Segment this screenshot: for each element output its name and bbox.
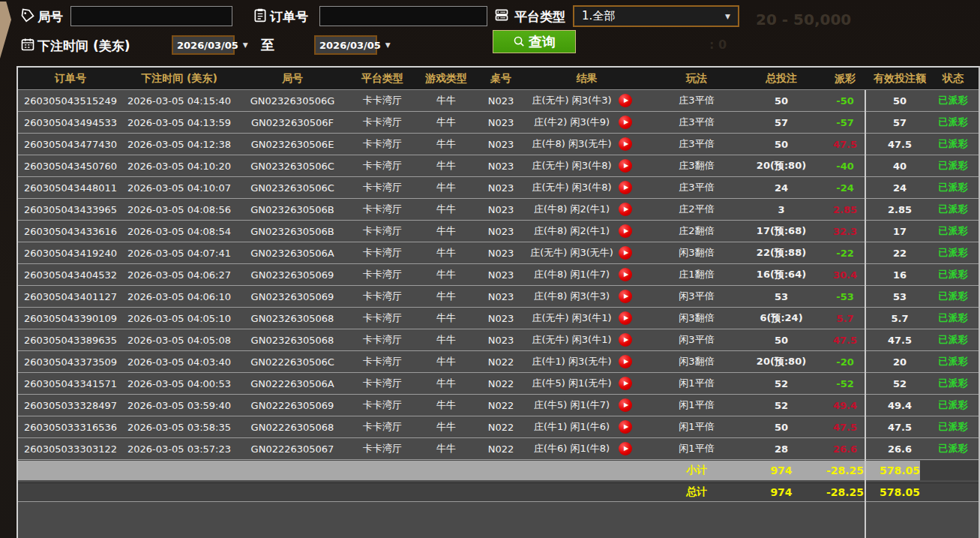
cell-table-no: N023 [477,264,525,285]
result-text: 庄(无牛) 闲3(牛3) [525,94,619,107]
cell-platform: 卡卡湾厅 [349,264,415,285]
cell-total-bet: 20(预:80) [745,155,818,176]
date-to-separator: 至 [261,36,274,54]
result-text: 庄(牛5) 闲1(牛7) [525,398,619,412]
cell-total-bet: 50 [745,329,818,350]
cell-valid-bet: 17 [872,221,928,242]
cell-platform: 卡卡湾厅 [349,134,415,155]
date-from-picker[interactable]: 2026/03/05 ▼ [172,35,235,55]
cell-platform: 卡卡湾厅 [349,90,415,111]
cell-status: 已派彩 [928,395,979,416]
cell-status: 已派彩 [928,177,979,198]
replay-video-icon[interactable]: ▶ [619,333,632,347]
cell-order-id: 260305043448011 [18,177,123,198]
replay-video-icon[interactable]: ▶ [619,224,632,238]
cell-total-bet: 53 [745,286,818,307]
cell-status: 已派彩 [928,438,979,459]
cell-result: 庄(无牛) 闲3(牛3)▶ [525,90,649,111]
replay-video-icon[interactable]: ▶ [619,442,632,455]
chevron-down-icon: ▼ [385,41,391,49]
result-text: 庄(牛8) 闲3(无牛) [525,137,619,151]
cell-game-type: 牛牛 [415,373,477,394]
cell-order-id: 260305043373509 [18,351,123,372]
column-header: 总投注 [745,68,818,89]
replay-video-icon[interactable]: ▶ [619,377,632,390]
replay-video-icon[interactable]: ▶ [619,181,632,194]
replay-video-icon[interactable]: ▶ [619,420,632,434]
table-row: 2603050434192402026-03-05 04:07:41GN0232… [18,242,979,264]
cell-total-bet: 20(预:80) [745,351,818,372]
order-id-input[interactable] [319,6,487,26]
subtotal-total-bet: 974 [745,461,818,480]
replay-video-icon[interactable]: ▶ [619,116,632,129]
result-text: 庄(无牛) 闲3(牛1) [525,333,619,347]
cell-status: 已派彩 [928,221,979,242]
cell-table-no: N023 [477,221,525,242]
cell-valid-bet: 50 [872,90,928,111]
table-row: 2603050433735092026-03-05 04:03:40GN0222… [18,351,979,373]
cell-bet-time: 2026-03-05 04:03:40 [123,351,235,372]
cell-game-type: 牛牛 [415,264,477,285]
cell-play-type: 闲3翻倍 [649,308,745,329]
column-header: 下注时间 (美东) [123,68,235,89]
cell-play-type: 庄3平倍 [649,90,745,111]
cell-round-id: GN02226305067 [235,438,349,459]
table-row: 2603050333031222026-03-05 03:57:23GN0222… [18,438,979,460]
date-to-value: 2026/03/05 [319,40,381,51]
search-button[interactable]: 查询 [493,30,576,53]
result-text: 庄(无牛) 闲3(牛1) [525,311,619,325]
replay-video-icon[interactable]: ▶ [619,203,632,216]
cell-play-type: 闲3翻倍 [649,242,745,263]
cell-platform: 卡卡湾厅 [349,351,415,372]
cell-round-id: GN0232630506B [235,199,349,220]
cell-table-no: N023 [477,308,525,329]
cell-result: 庄(牛1) 闲1(牛6)▶ [525,416,649,437]
cell-play-type: 庄3平倍 [649,134,745,155]
table-body: 2603050435152492026-03-05 04:15:40GN0232… [18,90,979,460]
cell-bet-time: 2026-03-05 04:08:54 [123,221,235,242]
cell-round-id: GN0232630506C [235,155,349,176]
panel-collapse-arrow[interactable] [0,2,11,59]
cell-status: 已派彩 [928,112,979,133]
table-row: 2603050333165362026-03-05 03:58:35GN0222… [18,416,979,438]
cell-table-no: N022 [477,351,525,372]
replay-video-icon[interactable]: ▶ [619,268,632,281]
table-row: 2603050434336162026-03-05 04:08:54GN0232… [18,221,979,242]
cell-order-id: 260305043390109 [18,308,123,329]
cell-order-id: 260305043419240 [18,242,123,263]
cell-platform: 卡卡湾厅 [349,308,415,329]
date-to-picker[interactable]: 2026/03/05 ▼ [314,35,377,55]
cell-result: 庄(牛8) 闲1(牛7)▶ [525,264,649,285]
table-row: 2603050433896352026-03-05 04:05:08GN0232… [18,329,979,351]
cell-game-type: 牛牛 [415,134,477,155]
cell-bet-time: 2026-03-05 04:10:07 [123,177,235,198]
round-id-input[interactable] [70,6,232,26]
cell-result: 庄(无牛) 闲3(牛8)▶ [525,155,649,176]
replay-video-icon[interactable]: ▶ [619,137,632,151]
table-row: 2603050433415712026-03-05 04:00:53GN0222… [18,373,979,395]
cell-total-bet: 57 [745,112,818,133]
cell-result: 庄(牛6) 闲1(牛8)▶ [525,438,649,459]
cell-valid-bet: 57 [872,112,928,133]
replay-video-icon[interactable]: ▶ [619,246,632,260]
replay-video-icon[interactable]: ▶ [619,355,632,368]
cell-result: 庄(无牛) 闲3(无牛)▶ [525,242,649,263]
replay-video-icon[interactable]: ▶ [619,311,632,325]
replay-video-icon[interactable]: ▶ [619,159,632,173]
replay-video-icon[interactable]: ▶ [619,94,632,107]
cell-valid-bet: 53 [872,286,928,307]
cell-status: 已派彩 [928,329,979,350]
cell-table-no: N023 [477,329,525,350]
table-row: 2603050434339652026-03-05 04:08:56GN0232… [18,199,979,221]
platform-icon [493,7,510,23]
cell-platform: 卡卡湾厅 [349,373,415,394]
cell-result: 庄(无牛) 闲3(牛1)▶ [525,329,649,350]
replay-video-icon[interactable]: ▶ [619,290,632,303]
table-row: 2603050434945332026-03-05 04:13:59GN0232… [18,112,979,134]
cell-valid-bet: 52 [872,373,928,394]
platform-type-select[interactable]: 1.全部 ▼ [573,5,739,27]
bet-records-table: 订单号下注时间 (美东)局号平台类型游戏类型桌号结果玩法总投注派彩有效投注额状态… [16,66,980,538]
cell-platform: 卡卡湾厅 [349,438,415,459]
replay-video-icon[interactable]: ▶ [619,398,632,412]
result-text: 庄(牛8) 闲1(牛7) [525,268,619,281]
